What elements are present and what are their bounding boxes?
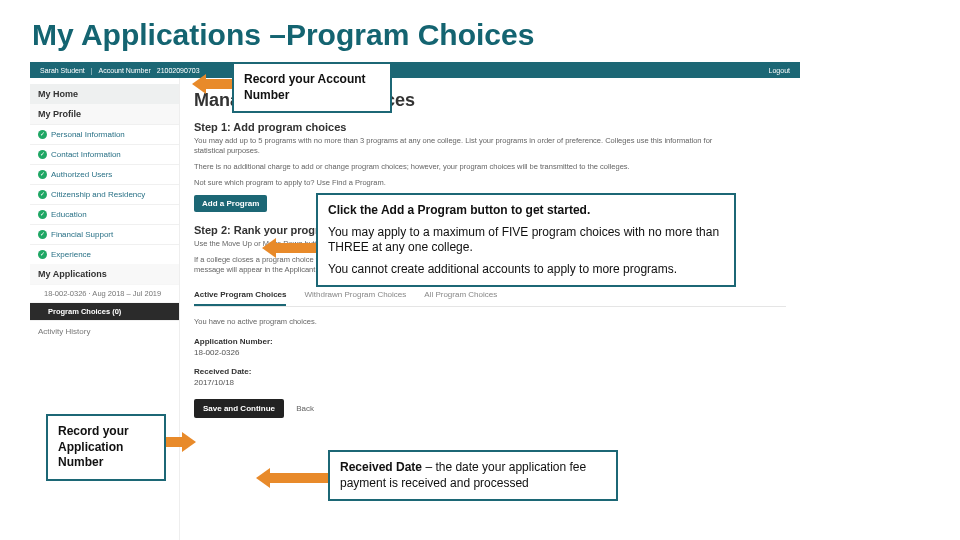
received-date-label: Received Date:	[194, 367, 786, 376]
topbar: Sarah Student | Account Number 210020907…	[30, 62, 800, 78]
callout-lead: Received Date	[340, 460, 422, 474]
sidebar-item-auth-users[interactable]: ✓Authorized Users	[30, 164, 179, 184]
no-active-msg: You have no active program choices.	[194, 317, 734, 327]
callout-account-number: Record your Account Number	[232, 62, 392, 113]
app-number-label: Application Number:	[194, 337, 786, 346]
callout-line: Click the Add a Program button to get st…	[328, 203, 724, 219]
account-number: 21002090703	[157, 67, 200, 74]
step1-para2: There is no additional charge to add or …	[194, 162, 734, 172]
check-icon: ✓	[38, 170, 47, 179]
callout-line: You may apply to a maximum of FIVE progr…	[328, 225, 724, 256]
callout-application-number: Record your Application Number	[46, 414, 166, 481]
callout-line: You cannot create additional accounts to…	[328, 262, 724, 278]
sidebar-item-label: Education	[51, 210, 87, 219]
tab-all[interactable]: All Program Choices	[424, 285, 497, 306]
logout-link[interactable]: Logout	[769, 67, 790, 74]
sidebar-item-experience[interactable]: ✓Experience	[30, 244, 179, 264]
sidebar-item-education[interactable]: ✓Education	[30, 204, 179, 224]
sidebar-home[interactable]: My Home	[30, 84, 179, 104]
back-link[interactable]: Back	[296, 404, 314, 413]
check-icon: ✓	[38, 190, 47, 199]
step1-heading: Step 1: Add program choices	[194, 121, 786, 133]
check-icon: ✓	[38, 130, 47, 139]
program-tabs: Active Program Choices Withdrawn Program…	[194, 285, 786, 307]
add-program-button[interactable]: Add a Program	[194, 195, 267, 212]
callout-received-date: Received Date – the date your applicatio…	[328, 450, 618, 501]
check-icon: ✓	[38, 150, 47, 159]
user-name: Sarah Student	[40, 67, 85, 74]
slide-title: My Applications –Program Choices	[32, 18, 928, 52]
sidebar-item-label: Experience	[51, 250, 91, 259]
sidebar-application-cycle[interactable]: 18-002-0326 · Aug 2018 – Jul 2019	[30, 284, 179, 302]
sidebar-item-label: Authorized Users	[51, 170, 112, 179]
sidebar-item-contact[interactable]: ✓Contact Information	[30, 144, 179, 164]
callout-text: Record your Account Number	[244, 72, 366, 102]
check-icon: ✓	[38, 210, 47, 219]
sidebar-program-choices[interactable]: Program Choices (0)	[30, 302, 179, 320]
sidebar-item-citizenship[interactable]: ✓Citizenship and Residency	[30, 184, 179, 204]
tab-active[interactable]: Active Program Choices	[194, 285, 286, 306]
sidebar-my-applications[interactable]: My Applications	[30, 264, 179, 284]
sidebar-item-financial[interactable]: ✓Financial Support	[30, 224, 179, 244]
received-date-value: 2017/10/18	[194, 378, 786, 387]
step1-para3: Not sure which program to apply to? Use …	[194, 178, 734, 188]
save-continue-button[interactable]: Save and Continue	[194, 399, 284, 418]
sidebar-item-label: Personal Information	[51, 130, 125, 139]
sidebar-item-label: Contact Information	[51, 150, 121, 159]
check-icon: ✓	[38, 230, 47, 239]
sidebar-item-personal[interactable]: ✓Personal Information	[30, 124, 179, 144]
sidebar-item-label: Financial Support	[51, 230, 113, 239]
app-number-value: 18-002-0326	[194, 348, 786, 357]
sidebar-activity-history[interactable]: Activity History	[30, 320, 179, 342]
sidebar-profile[interactable]: My Profile	[30, 104, 179, 124]
step1-para1: You may add up to 5 programs with no mor…	[194, 136, 734, 156]
tab-withdrawn[interactable]: Withdrawn Program Choices	[304, 285, 406, 306]
check-icon: ✓	[38, 250, 47, 259]
account-label: Account Number	[99, 67, 151, 74]
sidebar-item-label: Citizenship and Residency	[51, 190, 145, 199]
callout-add-program: Click the Add a Program button to get st…	[316, 193, 736, 287]
callout-text: Record your Application Number	[58, 424, 129, 469]
